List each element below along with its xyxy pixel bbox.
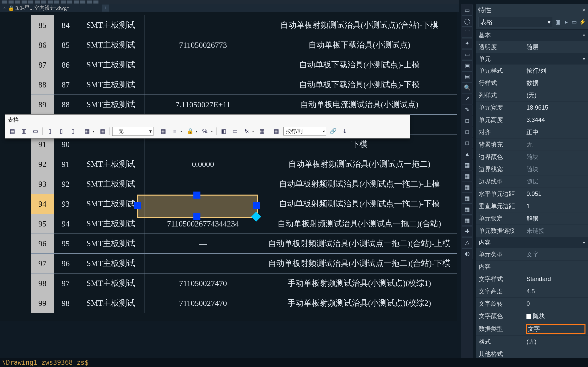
tool-icon[interactable]: □ (462, 116, 472, 126)
table-cell[interactable]: 自动单板射频测试治具(小测试点一拖二)-上模 (262, 174, 457, 194)
tab-close-icon[interactable]: × (2, 6, 7, 10)
table-cell[interactable]: SMT主板测试 (77, 35, 144, 55)
prop-value[interactable]: 0.051 (526, 190, 585, 197)
prop-value[interactable]: 随块 (526, 312, 585, 320)
prop-value[interactable]: 随层 (526, 177, 585, 186)
table-cell[interactable]: 自动单板射频测试治具(小测试点一拖二)(合站) (262, 214, 457, 234)
table-cell[interactable]: 711050027470 (144, 293, 262, 313)
tool-icon[interactable]: ⌒ (462, 27, 472, 38)
drawing-area[interactable]: 8584SMT主板测试自动单板射频测试治具(小测试点)(合站)-下模8685SM… (0, 12, 457, 321)
download-icon[interactable]: ⤓ (340, 127, 349, 136)
table-row[interactable]: 9796SMT主板测试自动单板射频测试治具(小测试点一拖二)(合站)-下模 (31, 254, 457, 273)
table-cell[interactable]: 自动单板射频测试治具(小测试点一拖二) (262, 154, 457, 174)
table-cell[interactable] (144, 55, 262, 75)
tool-icon[interactable]: ▦ (462, 204, 472, 215)
table-row[interactable]: 9493SMT主板测试自动单板射频测试治具(小测试点一拖二)-下模 (31, 194, 457, 214)
pick-object-icon[interactable]: ▸ (563, 19, 569, 25)
table-cell[interactable]: 86 (54, 55, 77, 75)
tool-icon[interactable]: ▦ (462, 171, 472, 181)
object-type-select[interactable]: 表格▾ (478, 17, 553, 27)
table-cell[interactable]: 92 (31, 154, 54, 174)
table-cell[interactable]: 93 (31, 174, 54, 194)
prop-value[interactable]: 按行/列 (526, 67, 585, 75)
insert-row-below-icon[interactable]: ▥ (19, 127, 28, 136)
tool-icon[interactable]: ▭ (462, 49, 472, 60)
formula-dropdown[interactable]: fx▾ (242, 127, 255, 136)
tool-icon[interactable]: ▤ (462, 71, 472, 82)
insert-field-icon[interactable]: ▭ (231, 127, 240, 136)
section-content[interactable]: 内容▾ (476, 237, 588, 248)
tool-icon[interactable]: ⤢ (462, 94, 472, 104)
prop-value[interactable]: 随层 (526, 43, 585, 51)
table-row[interactable]: 9897SMT主板测试711050027470手动单板射频测试治具(小测试点)(… (31, 273, 457, 293)
table-cell[interactable]: 95 (31, 214, 54, 234)
tool-icon[interactable]: ▭ (462, 5, 472, 16)
table-cell[interactable]: 7.11050027E+11 (144, 95, 262, 115)
table-row[interactable]: 9695SMT主板测试—自动单板射频测试治具(小测试点一拖二)(合站)-上模 (31, 234, 457, 254)
table-cell[interactable]: SMT主板测试 (77, 194, 144, 214)
table-cell[interactable]: 85 (54, 35, 77, 55)
table-cell[interactable]: 手动单板射频测试治具(小测试点)(校综1) (262, 273, 457, 293)
table-row[interactable]: 8887SMT主板测试自动单板下载治具(小测试点)-下模 (31, 75, 457, 95)
table-row[interactable]: 9594SMT主板测试711050026774344234自动单板射频测试治具(… (31, 214, 457, 234)
unmerge-cells-icon[interactable]: ▦ (98, 127, 107, 136)
table-cell[interactable]: 87 (31, 55, 54, 75)
tool-icon[interactable]: ✎ (462, 105, 472, 115)
tool-icon[interactable]: △ (462, 237, 472, 248)
table-cell[interactable]: SMT主板测试 (77, 293, 144, 313)
insert-block-icon[interactable]: ◧ (219, 127, 228, 136)
prop-value[interactable]: 数据 (526, 79, 585, 87)
table-row[interactable]: 9291SMT主板测试0.0000自动单板射频测试治具(小测试点一拖二) (31, 154, 457, 174)
table-cell[interactable]: 自动单板电流测试治具(小测试点) (262, 95, 457, 115)
prop-value[interactable]: 随块 (526, 153, 585, 161)
table-cell[interactable]: 自动单板射频测试治具(小测试点一拖二)(合站)-上模 (262, 234, 457, 254)
insert-col-right-icon[interactable]: ▯ (57, 127, 66, 136)
table-cell[interactable]: SMT主板测试 (77, 75, 144, 95)
table-cell[interactable] (144, 174, 262, 194)
table-cell[interactable]: SMT主板测试 (77, 55, 144, 75)
tool-icon[interactable]: ◐ (462, 248, 472, 259)
insert-col-left-icon[interactable]: ▯ (45, 127, 54, 136)
table-cell[interactable]: 84 (54, 15, 77, 35)
table-cell[interactable]: SMT主板测试 (77, 273, 144, 293)
quick-select-icon[interactable]: ▣ (555, 19, 561, 25)
table-cell[interactable]: 97 (31, 254, 54, 273)
table-cell[interactable] (144, 15, 262, 35)
delete-row-icon[interactable]: ▭ (31, 127, 40, 136)
table-cell[interactable]: 96 (31, 234, 54, 254)
table-cell[interactable]: 自动单板射频测试治具(小测试点一拖二)(合站)-下模 (262, 254, 457, 273)
table-cell[interactable]: 89 (31, 95, 54, 115)
properties-close-icon[interactable]: × (582, 7, 585, 14)
table-cell[interactable]: 0.0000 (144, 154, 262, 174)
cad-table[interactable]: 8584SMT主板测试自动单板射频测试治具(小测试点)(合站)-下模8685SM… (31, 15, 457, 313)
table-cell[interactable] (144, 75, 262, 95)
prop-value[interactable]: 未链接 (526, 227, 585, 235)
prop-value-highlighted[interactable]: 文字 (526, 324, 585, 333)
table-cell[interactable] (144, 254, 262, 273)
table-cell[interactable]: 85 (31, 15, 54, 35)
table-cell[interactable]: 自动单板下载治具(小测试点) (262, 35, 457, 55)
table-row[interactable]: 8685SMT主板测试711050026773自动单板下载治具(小测试点) (31, 35, 457, 55)
table-cell[interactable]: 自动单板射频测试治具(小测试点)(合站)-下模 (262, 15, 457, 35)
delete-col-icon[interactable]: ▯ (68, 127, 77, 136)
tool-icon[interactable]: ▣ (462, 60, 472, 71)
table-cell[interactable]: 自动单板下载治具(小测试点)-下模 (262, 75, 457, 95)
table-cell[interactable]: SMT主板测试 (77, 254, 144, 273)
tool-icon[interactable]: ▦ (462, 160, 472, 170)
tool-icon[interactable]: ✚ (462, 226, 472, 237)
cell-borders-icon[interactable]: ▦ (159, 127, 168, 136)
match-cell-icon[interactable]: ▦ (257, 127, 266, 136)
table-row[interactable]: 8786SMT主板测试自动单板下载治具(小测试点)-上模 (31, 55, 457, 75)
prop-value[interactable]: 18.9615 (526, 104, 585, 111)
merge-cells-dropdown[interactable]: ▦▾ (83, 127, 95, 136)
table-cell[interactable]: 711050026773 (144, 35, 262, 55)
table-cell[interactable] (144, 194, 262, 214)
table-cell[interactable]: 自动单板射频测试治具(小测试点一拖二)-下模 (262, 194, 457, 214)
table-cell[interactable]: 96 (54, 254, 77, 273)
command-line[interactable]: \Drawing1_zws39368_zs$ (0, 358, 588, 367)
tool-icon[interactable]: □ (462, 127, 472, 137)
table-cell[interactable]: 92 (54, 174, 77, 194)
table-cell[interactable]: 自动单板下载治具(小测试点)-上模 (262, 55, 457, 75)
prop-value[interactable]: 文字 (526, 250, 585, 258)
prop-value[interactable]: Standard (526, 276, 585, 283)
